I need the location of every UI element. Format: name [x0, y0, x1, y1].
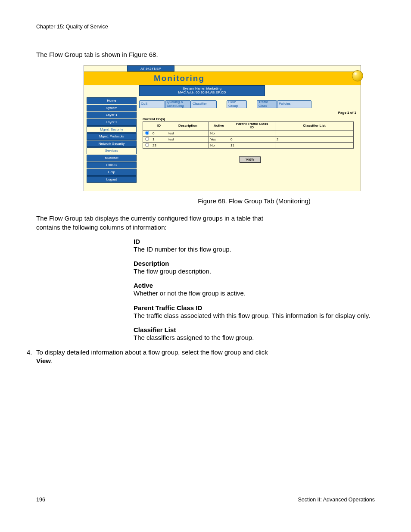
cell-classifier	[275, 143, 354, 149]
tab-flow-group[interactable]: Flow Group	[227, 100, 247, 108]
tab-traffic-class[interactable]: Traffic Class	[257, 100, 277, 108]
tab-queuing[interactable]: Queuing & Scheduling	[165, 100, 191, 108]
col-active: Active	[209, 121, 229, 131]
page-number: 196	[36, 497, 45, 503]
col-parent: Parent Traffic Class ID	[229, 121, 275, 131]
def-desc: The ID number for this flow group.	[134, 245, 375, 254]
cell-active: Yes	[209, 137, 229, 143]
title-bar: Monitoring	[84, 72, 361, 85]
table-caption: Current FG(s)	[143, 117, 359, 121]
flow-group-table: ID Description Active Parent Traffic Cla…	[143, 121, 354, 149]
chapter-header: Chapter 15: Quality of Service	[36, 24, 375, 30]
mac-addr-line: MAC Addr: 00:30:84:AB:EF:CD	[140, 90, 265, 94]
cell-classifier	[275, 131, 354, 137]
nav-mgmt-security[interactable]: Mgmt. Security	[87, 126, 137, 133]
system-name-line: System Name: Marketing	[140, 87, 265, 90]
table-row[interactable]: 23 No 11	[143, 143, 354, 149]
nav-utilities[interactable]: Utilities	[87, 162, 137, 169]
nav-system[interactable]: System	[87, 105, 137, 112]
cell-id: 0	[151, 131, 167, 137]
def-term: Active	[134, 282, 375, 289]
figure-screenshot: AT-9424T/SP Monitoring Home System Layer…	[84, 65, 361, 191]
table-row[interactable]: 0 test No	[143, 131, 354, 137]
cell-active: No	[209, 131, 229, 137]
page-indicator: Page 1 of 1	[141, 111, 359, 115]
cell-description: test	[167, 137, 209, 143]
def-term: Classifier List	[134, 326, 375, 333]
row-radio[interactable]	[145, 137, 149, 141]
globe-icon	[352, 70, 363, 81]
system-info: System Name: Marketing MAC Addr: 00:30:8…	[139, 85, 265, 96]
cell-active: No	[209, 143, 229, 149]
nav-layer1[interactable]: Layer 1	[87, 112, 137, 118]
step-bold: View	[36, 357, 51, 364]
cell-parent	[229, 131, 275, 137]
cell-description: test	[167, 131, 209, 137]
cell-parent: 0	[229, 137, 275, 143]
cell-classifier: 2	[275, 137, 354, 143]
step-text-b: .	[51, 357, 53, 364]
page-title: Monitoring	[154, 74, 205, 83]
col-description: Description	[167, 121, 209, 131]
nav-logout[interactable]: Logout	[87, 176, 137, 183]
step-number: 4.	[27, 348, 36, 366]
def-desc: The classifiers assigned to the flow gro…	[134, 333, 375, 342]
device-tab[interactable]: AT-9424T/SP	[127, 65, 174, 72]
def-desc: Whether or not the flow group is active.	[134, 289, 375, 298]
col-id: ID	[151, 121, 167, 131]
nav-network-security[interactable]: Network Security	[87, 140, 137, 147]
def-term: ID	[134, 238, 375, 245]
tab-policies[interactable]: Policies	[277, 100, 311, 108]
sidebar-nav: Home System Layer 1 Layer 2 Mgmt. Securi…	[84, 85, 139, 187]
section-label: Section II: Advanced Operations	[298, 497, 375, 503]
row-radio[interactable]	[145, 143, 149, 147]
view-button[interactable]: View	[239, 156, 260, 162]
cell-id: 1	[151, 137, 167, 143]
tab-cos[interactable]: CoS	[139, 100, 165, 108]
after-caption-para: The Flow Group tab displays the currentl…	[36, 214, 277, 232]
nav-layer2[interactable]: Layer 2	[87, 119, 137, 126]
nav-multicast[interactable]: Multicast	[87, 155, 137, 162]
nav-services[interactable]: Services	[87, 147, 137, 154]
nav-home[interactable]: Home	[87, 97, 137, 104]
step-4: 4. To display detailed information about…	[36, 348, 277, 366]
figure-caption: Figure 68. Flow Group Tab (Monitoring)	[134, 197, 375, 205]
qos-tabs: CoS Queuing & Scheduling Classifier Flow…	[139, 100, 361, 108]
step-text: To display detailed information about a …	[36, 348, 277, 366]
cell-description	[167, 143, 209, 149]
def-desc: The traffic class associated with this f…	[134, 311, 375, 320]
nav-help[interactable]: Help	[87, 169, 137, 176]
def-desc: The flow group description.	[134, 267, 375, 276]
tab-classifier[interactable]: Classifier	[191, 100, 217, 108]
col-classifier: Classifier List	[275, 121, 354, 131]
def-term: Description	[134, 260, 375, 267]
col-radio	[143, 121, 151, 131]
intro-text: The Flow Group tab is shown in Figure 68…	[36, 50, 277, 59]
row-radio[interactable]	[145, 131, 149, 135]
def-term: Parent Traffic Class ID	[134, 304, 375, 311]
cell-id: 23	[151, 143, 167, 149]
table-row[interactable]: 1 test Yes 0 2	[143, 137, 354, 143]
step-text-a: To display detailed information about a …	[36, 348, 268, 356]
cell-parent: 11	[229, 143, 275, 149]
nav-mgmt-protocols[interactable]: Mgmt. Protocols	[87, 133, 137, 140]
